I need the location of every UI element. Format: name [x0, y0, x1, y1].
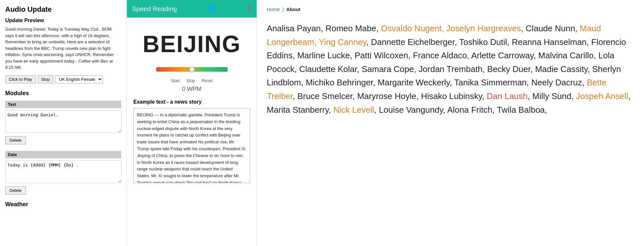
audio-update-title: Audio Update — [5, 5, 121, 14]
click-to-play-button[interactable]: Click to Play — [5, 75, 36, 83]
names-display: Analisa Payan, Romeo Mabe, Osvaldo Nugen… — [267, 22, 634, 117]
right-panel: Home | About Analisa Payan, Romeo Mabe, … — [257, 0, 644, 246]
example-text-box[interactable]: BEIJING — In a diplomatic gamble, Presid… — [133, 108, 250, 183]
reset-button[interactable]: Reset — [200, 78, 214, 84]
example-text-title: Example text - a news story — [133, 99, 202, 105]
name-segment: , Claude Nunn, — [521, 23, 580, 33]
speed-reading-title: Speed Reading — [132, 5, 177, 13]
name-segment: , Milly Sund, — [528, 91, 576, 101]
speed-reading-body: BEIJING Start Stop Reset 0 WPM Example t… — [127, 18, 257, 246]
start-button[interactable]: Start — [169, 78, 181, 84]
name-segment: , Louise Vangundy, Alona Fritch, Twila B… — [374, 105, 547, 115]
name-segment: Analisa Payan, Romeo Mabe, — [267, 23, 381, 33]
stop-button[interactable]: Stop — [185, 78, 196, 84]
date-module-label: Date — [5, 151, 121, 158]
delete-text-button[interactable]: Delete — [5, 136, 26, 144]
speed-slider[interactable] — [156, 67, 228, 72]
voice-select[interactable]: UK English Female — [55, 75, 103, 83]
wpm-display: 0 WPM — [182, 86, 201, 93]
name-segment: Jospeh Ansell — [576, 91, 628, 101]
nav-links: Home | About — [267, 7, 634, 12]
name-segment: Dan Laush — [487, 91, 528, 101]
current-word-display: BEIJING — [142, 31, 241, 57]
about-link[interactable]: About — [286, 7, 300, 12]
text-module: Text Good morning Daniel. Delete — [5, 101, 121, 144]
globe-icon: 🌐 — [208, 5, 216, 13]
name-segment: Osvaldo Nugent, Joselyn Hargreaves — [381, 23, 521, 33]
delete-date-button[interactable]: Delete — [5, 186, 26, 195]
weather-section-label: Weather — [5, 201, 121, 208]
help-icon[interactable]: ? — [247, 5, 251, 13]
preview-text: Good morning Daniel. Today is Tuesday Ma… — [5, 26, 121, 71]
update-preview-label: Update Preview — [5, 18, 121, 23]
nav-separator: | — [282, 7, 284, 12]
modules-title: Modules — [5, 90, 121, 97]
date-module: Date Today is {dddd} {MMM} {Do} . Delete — [5, 151, 121, 195]
left-panel: Audio Update Update Preview Good morning… — [0, 0, 127, 246]
text-module-input[interactable]: Good morning Daniel. — [5, 110, 121, 133]
text-module-label: Text — [5, 101, 121, 108]
home-link[interactable]: Home — [267, 7, 280, 12]
playback-controls: Start Stop Reset — [169, 78, 214, 84]
middle-panel: Speed Reading 🌐 ? BEIJING Start Stop Res… — [127, 0, 257, 246]
stop-audio-button[interactable]: Stop — [38, 75, 54, 83]
name-segment: , Bruce Smelcer, Maryrose Hoyle, Hisako … — [293, 91, 487, 101]
speed-reading-header: Speed Reading 🌐 ? — [127, 0, 257, 18]
name-segment: Nick Levell — [333, 105, 374, 115]
date-module-input[interactable]: Today is {dddd} {MMM} {Do} . — [5, 160, 121, 183]
audio-controls: Click to Play Stop UK English Female — [5, 75, 121, 83]
speed-slider-container — [156, 67, 228, 73]
